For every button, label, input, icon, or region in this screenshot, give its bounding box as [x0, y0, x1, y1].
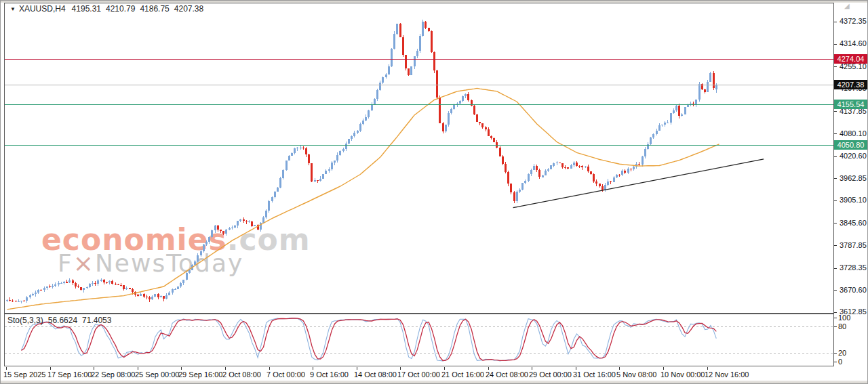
- symbol-dropdown-icon[interactable]: ▼: [10, 6, 16, 12]
- candle-body: [63, 282, 65, 283]
- candle-body: [46, 286, 48, 288]
- price-tick-label: 3845.60: [840, 219, 867, 227]
- time-tick-label: 22 Sep 08:00: [91, 370, 135, 379]
- candle-body: [553, 163, 555, 166]
- candle-body: [524, 181, 526, 183]
- candle-body: [410, 66, 412, 75]
- candle-body: [399, 24, 401, 37]
- candle-body: [351, 136, 353, 139]
- stochastic-scale-label: 100: [838, 314, 850, 322]
- candle-body: [564, 167, 566, 168]
- candle-body: [26, 297, 28, 301]
- candle-body: [405, 55, 407, 68]
- candle-body: [174, 289, 176, 290]
- candle-body: [35, 293, 37, 295]
- candle-body: [77, 286, 79, 287]
- candle-body: [365, 117, 367, 121]
- candle-body: [567, 167, 569, 168]
- price-tick-label: 3728.35: [840, 263, 867, 272]
- candle-body: [533, 166, 535, 169]
- candle-body: [465, 94, 467, 96]
- price-badge-support: 4050.80: [834, 140, 867, 150]
- price-chart-canvas[interactable]: [1, 1, 868, 384]
- candle-body: [658, 125, 660, 131]
- candle-body: [172, 289, 174, 293]
- candle-body: [108, 281, 111, 282]
- time-tick-label: 17 Oct 00:00: [397, 370, 440, 379]
- candle-body: [545, 171, 547, 175]
- candle-body: [530, 170, 532, 175]
- candle-body: [132, 289, 134, 292]
- candle-body: [243, 219, 245, 221]
- time-tick-label: 29 Sep 16:00: [178, 370, 222, 379]
- ohlc-open: 4195.31: [72, 4, 101, 14]
- candle-body: [561, 163, 564, 168]
- candle-body: [222, 231, 224, 233]
- candle-body: [362, 121, 364, 124]
- candle-body: [633, 167, 635, 169]
- candle-body: [143, 294, 145, 297]
- candle-body: [393, 34, 395, 49]
- candle-body: [12, 301, 14, 301]
- candle-body: [587, 167, 589, 171]
- candle-body: [83, 288, 85, 290]
- candle-body: [408, 68, 410, 75]
- candle-body: [709, 73, 711, 82]
- candle-body: [294, 148, 296, 153]
- candle-body: [607, 182, 609, 186]
- candle-body: [157, 294, 159, 297]
- candle-body: [149, 297, 151, 299]
- candle-body: [388, 66, 390, 74]
- candle-body: [23, 301, 25, 301]
- candle-body: [214, 226, 216, 230]
- candle-body: [479, 122, 481, 124]
- symbol-timeframe-label: XAUUSD,H4: [19, 4, 66, 14]
- candle-body: [89, 284, 91, 287]
- candle-body: [425, 22, 427, 28]
- candle-body: [519, 190, 521, 192]
- candle-body: [550, 165, 552, 169]
- candle-body: [428, 28, 430, 31]
- candle-body: [197, 255, 199, 261]
- candle-body: [277, 188, 279, 192]
- candle-body: [49, 286, 51, 287]
- candle-body: [345, 144, 347, 149]
- candle-body: [368, 110, 370, 117]
- candle-body: [448, 113, 450, 125]
- candle-body: [402, 37, 404, 55]
- candle-body: [317, 180, 319, 181]
- candle-body: [231, 228, 233, 228]
- candle-body: [642, 156, 644, 165]
- candle-body: [704, 89, 706, 93]
- candle-body: [585, 167, 587, 167]
- candle-body: [58, 283, 60, 284]
- candle-body: [547, 169, 549, 171]
- time-tick-label: 9 Oct 16:00: [310, 370, 349, 379]
- candle-body: [251, 221, 253, 226]
- candle-body: [225, 230, 227, 233]
- candle-body: [459, 101, 461, 104]
- candle-body: [385, 74, 387, 78]
- candle-body: [382, 77, 384, 83]
- candle-body: [200, 251, 202, 255]
- candle-body: [129, 288, 131, 289]
- candle-body: [656, 131, 658, 135]
- time-tick-label: 25 Sep 00:00: [135, 370, 179, 379]
- candle-body: [621, 171, 623, 175]
- candle-body: [502, 156, 504, 164]
- candle-body: [314, 180, 316, 181]
- candle-body: [80, 287, 82, 290]
- candle-body: [189, 270, 191, 273]
- price-tick-label: 4372.35: [840, 17, 867, 25]
- candle-body: [180, 283, 182, 287]
- candle-body: [296, 148, 298, 148]
- ohlc-high: 4210.79: [106, 4, 135, 14]
- candle-body: [713, 73, 715, 89]
- candle-body: [601, 186, 604, 190]
- candle-body: [630, 169, 632, 169]
- candle-body: [453, 105, 455, 109]
- candle-body: [416, 51, 418, 56]
- candle-body: [305, 148, 307, 155]
- time-tick-label: 2 Oct 08:00: [222, 370, 261, 379]
- candle-body: [282, 170, 284, 178]
